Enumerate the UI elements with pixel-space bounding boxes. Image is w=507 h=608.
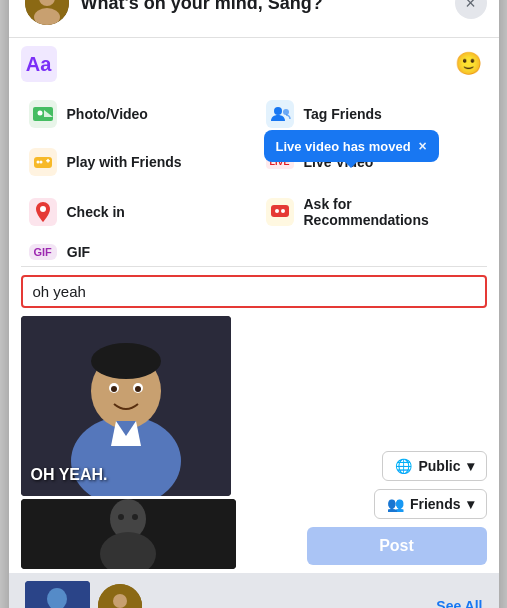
chevron-down-icon-2: ▾ [467, 496, 474, 512]
svg-point-16 [281, 209, 285, 213]
svg-point-9 [36, 161, 39, 164]
public-audience-button[interactable]: 🌐 Public ▾ [382, 451, 486, 481]
option-check-in[interactable]: Check in [17, 186, 254, 238]
gif-label: GIF [67, 244, 90, 260]
check-in-label: Check in [67, 204, 125, 220]
photo-video-label: Photo/Video [67, 106, 148, 122]
chevron-down-icon: ▾ [467, 458, 474, 474]
photo-video-icon [29, 100, 57, 128]
options-grid: Photo/Video Tag Friends Live video has m… [9, 90, 499, 238]
bottom-thumbnail-avatar[interactable] [98, 584, 142, 608]
toolbar-row: Aa 🙂 [9, 38, 499, 90]
svg-point-38 [113, 594, 127, 608]
public-label: Public [418, 458, 460, 474]
bottom-thumbnail-1[interactable] [25, 581, 90, 608]
play-friends-label: Play with Friends [67, 154, 182, 170]
svg-rect-14 [271, 205, 289, 217]
gif-search-input[interactable] [33, 283, 475, 300]
avatar [25, 0, 69, 25]
gif-area: OH YEAH. 🌐 Public ▾ [9, 312, 499, 573]
tag-friends-icon [266, 100, 294, 128]
check-in-icon [29, 198, 57, 226]
svg-point-25 [111, 386, 117, 392]
svg-point-22 [91, 343, 161, 379]
gif-result-main[interactable]: OH YEAH. [21, 316, 231, 496]
option-ask-recommendations[interactable]: Ask for Recommendations [254, 186, 491, 238]
post-button[interactable]: Post [307, 527, 487, 565]
svg-point-13 [40, 206, 46, 212]
play-friends-icon [29, 148, 57, 176]
option-photo-video[interactable]: Photo/Video [17, 90, 254, 138]
bottom-bar: See All [9, 573, 499, 608]
svg-rect-12 [47, 159, 49, 163]
create-post-modal: What's on your mind, Sang? × Aa 🙂 Photo/… [9, 0, 499, 608]
live-video-tooltip: Live video has moved × [264, 130, 439, 162]
svg-point-26 [135, 386, 141, 392]
friends-icon: 👥 [387, 496, 404, 512]
search-section [9, 267, 499, 312]
modal-title: What's on your mind, Sang? [81, 0, 483, 14]
svg-point-7 [283, 109, 289, 115]
close-button[interactable]: × [455, 0, 487, 19]
right-actions: 🌐 Public ▾ 👥 Friends ▾ Post [236, 316, 487, 569]
tooltip-text: Live video has moved [276, 139, 411, 154]
globe-icon: 🌐 [395, 458, 412, 474]
friends-label: Friends [410, 496, 461, 512]
gif-overlay-text: OH YEAH. [31, 466, 108, 484]
option-play-friends[interactable]: Play with Friends [17, 138, 254, 186]
svg-point-15 [275, 209, 279, 213]
emoji-button[interactable]: 🙂 [451, 46, 487, 82]
option-gif[interactable]: GIF GIF [9, 238, 499, 266]
text-format-icon[interactable]: Aa [21, 46, 57, 82]
tooltip-close-button[interactable]: × [419, 138, 427, 154]
svg-point-32 [118, 514, 124, 520]
ask-recommendations-icon [266, 198, 294, 226]
svg-rect-3 [33, 107, 53, 121]
svg-point-10 [39, 161, 42, 164]
svg-point-6 [274, 107, 282, 115]
tag-friends-label: Tag Friends [304, 106, 382, 122]
see-all-link[interactable]: See All [436, 598, 482, 608]
friends-audience-button[interactable]: 👥 Friends ▾ [374, 489, 487, 519]
ask-recommendations-label: Ask for Recommendations [304, 196, 479, 228]
gif-icon: GIF [29, 244, 57, 260]
gif-result-second[interactable] [21, 499, 236, 569]
svg-point-4 [37, 111, 42, 116]
modal-header: What's on your mind, Sang? × [9, 0, 499, 38]
gif-results-column: OH YEAH. [21, 316, 236, 569]
gif-search-wrapper [21, 275, 487, 308]
option-tag-friends[interactable]: Tag Friends Live video has moved × [254, 90, 491, 138]
svg-point-33 [132, 514, 138, 520]
